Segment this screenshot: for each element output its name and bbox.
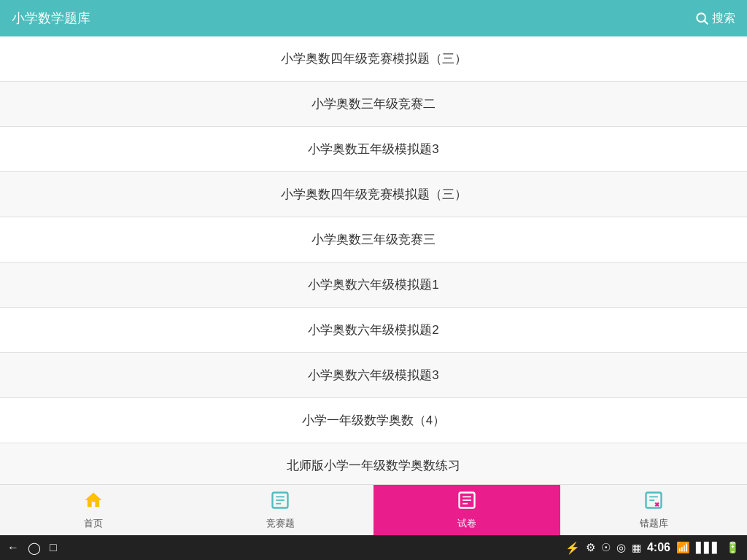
app-bar: 小学数学题库 搜索 [0, 0, 747, 36]
status-right: ⚡ ⚙ ☉ ◎ ▦ 4:06 📶 ▋▋▋ 🔋 [565, 541, 740, 555]
list-item[interactable]: 小学一年级数学奥数（4） [0, 398, 747, 443]
list-item-text: 小学奥数五年级模拟题3 [308, 141, 438, 158]
app-title: 小学数学题库 [12, 9, 90, 27]
nav-item-home[interactable]: 首页 [0, 485, 187, 535]
recent-button[interactable]: □ [50, 541, 57, 555]
list-item[interactable]: 小学奥数三年级竞赛二 [0, 82, 747, 127]
battery-icon: 🔋 [726, 541, 740, 554]
list-item-text: 小学奥数三年级竞赛三 [311, 231, 436, 248]
usb-icon: ⚡ [565, 541, 580, 555]
circle-icon: ◎ [616, 541, 626, 554]
list-item-text: 小学奥数六年级模拟题2 [308, 322, 438, 338]
nav-label-home: 首页 [84, 517, 103, 530]
nav-item-error[interactable]: 错题库 [560, 485, 747, 535]
list-container: 小学奥数四年级竞赛模拟题（三）小学奥数三年级竞赛二小学奥数五年级模拟题3小学奥数… [0, 36, 747, 484]
list-item-text: 小学奥数三年级竞赛二 [311, 96, 436, 112]
list-item[interactable]: 小学奥数六年级模拟题3 [0, 353, 747, 398]
nav-label-competition: 竞赛题 [266, 517, 295, 530]
nav-icon-exam [457, 490, 477, 515]
list-item-text: 小学奥数六年级模拟题1 [308, 276, 438, 293]
list-item-text: 小学奥数四年级竞赛模拟题（三） [281, 186, 467, 203]
sd-icon: ▦ [632, 542, 641, 553]
signal-icon: ▋▋▋ [696, 542, 720, 553]
list-item-text: 小学奥数六年级模拟题3 [308, 367, 438, 384]
nav-icon-error [643, 490, 664, 515]
search-button[interactable]: 搜索 [694, 11, 735, 26]
list-item[interactable]: 小学奥数三年级竞赛三 [0, 217, 747, 262]
nav-label-exam: 试卷 [457, 517, 476, 530]
search-icon [694, 11, 709, 26]
nav-icon-competition [270, 490, 290, 515]
list-item[interactable]: 小学奥数四年级竞赛模拟题（三） [0, 36, 747, 82]
wifi-icon: 📶 [676, 541, 690, 554]
list-item[interactable]: 北师版小学一年级数学奥数练习 [0, 443, 747, 484]
nav-icon-home [83, 490, 104, 515]
list-item[interactable]: 小学奥数四年级竞赛模拟题（三） [0, 172, 747, 217]
list-item-text: 北师版小学一年级数学奥数练习 [287, 457, 460, 474]
list-item-text: 小学奥数四年级竞赛模拟题（三） [281, 50, 467, 67]
list-item[interactable]: 小学奥数六年级模拟题2 [0, 308, 747, 353]
nav-label-error: 错题库 [640, 517, 668, 530]
list-item-text: 小学一年级数学奥数（4） [302, 412, 445, 429]
status-nav-buttons: ← ◯ □ [7, 541, 57, 555]
svg-line-1 [704, 20, 708, 24]
home-button[interactable]: ◯ [28, 541, 41, 555]
list-item[interactable]: 小学奥数六年级模拟题1 [0, 262, 747, 308]
settings-icon: ⚙ [586, 541, 595, 554]
search-label: 搜索 [712, 11, 735, 26]
list-item[interactable]: 小学奥数五年级模拟题3 [0, 127, 747, 172]
nav-item-exam[interactable]: 试卷 [374, 485, 560, 535]
back-button[interactable]: ← [7, 541, 19, 555]
status-time: 4:06 [647, 541, 670, 554]
android-icon: ☉ [601, 541, 611, 554]
svg-point-0 [697, 13, 705, 22]
status-bar: ← ◯ □ ⚡ ⚙ ☉ ◎ ▦ 4:06 📶 ▋▋▋ 🔋 [0, 535, 747, 560]
bottom-nav: 首页竞赛题试卷错题库 [0, 484, 747, 535]
nav-item-competition[interactable]: 竞赛题 [187, 485, 374, 535]
